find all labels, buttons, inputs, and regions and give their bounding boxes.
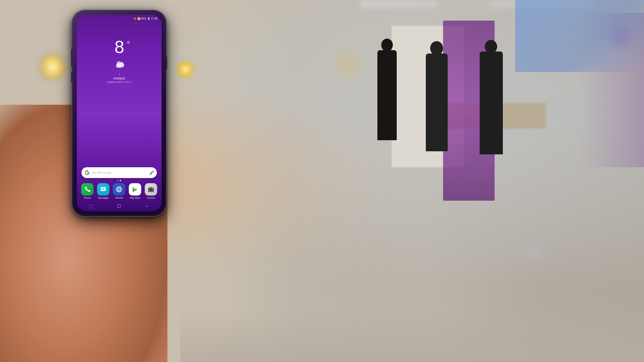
- internet-icon[interactable]: [113, 183, 125, 196]
- svg-rect-4: [101, 187, 106, 191]
- mic-icon[interactable]: 🎤: [149, 171, 154, 175]
- svg-marker-5: [101, 191, 103, 192]
- camera-label: Camera: [147, 197, 155, 199]
- camera-icon[interactable]: [145, 183, 157, 196]
- back-button[interactable]: ←: [145, 204, 150, 209]
- svg-point-19: [152, 188, 153, 189]
- mute-icon: 🔇: [133, 17, 137, 20]
- power-button: [166, 57, 167, 69]
- person2-head: [430, 41, 443, 55]
- degree-symbol: °: [127, 40, 129, 48]
- google-search-bar[interactable]: Say 'Ok Google' 🎤: [81, 167, 157, 178]
- phone-device: 🔇 📶 85% 🔋 17:38 8°: [72, 10, 166, 216]
- temperature-value: 8: [115, 37, 124, 57]
- recent-apps-button[interactable]: ⬚: [89, 203, 93, 209]
- location-pin-area: 📍: [118, 73, 121, 76]
- playstore-label: Play Store: [130, 197, 141, 199]
- phone-body: 🔇 📶 85% 🔋 17:38 8°: [72, 10, 166, 216]
- internet-label: Internet: [115, 197, 123, 199]
- phone-screen: 🔇 📶 85% 🔋 17:38 8°: [77, 15, 162, 211]
- volume-button: [71, 49, 72, 67]
- messages-icon[interactable]: [97, 183, 109, 196]
- person3-body: [480, 51, 503, 154]
- status-bar: 🔇 📶 85% 🔋 17:38: [77, 15, 162, 22]
- camera-app[interactable]: Camera: [145, 183, 157, 199]
- svg-point-3: [120, 62, 124, 66]
- dot-1: [117, 180, 118, 181]
- floor-counter: [180, 311, 644, 362]
- search-placeholder: Say 'Ok Google': [92, 171, 147, 174]
- light-orb-right: [175, 59, 196, 80]
- status-icons: 🔇 📶 85% 🔋 17:38: [133, 17, 157, 20]
- phone-label: Phone: [84, 197, 91, 199]
- bixby-button: [71, 72, 72, 82]
- svg-rect-6: [102, 188, 105, 189]
- pin-icon: 📍: [118, 73, 121, 76]
- location-name: Holland: [113, 76, 125, 80]
- person2-body: [426, 54, 448, 151]
- weather-widget: 8° 📍 Holland Updated 20/02 17:05 ↻: [77, 38, 162, 83]
- phone-app[interactable]: Phone: [81, 183, 94, 199]
- google-logo: [84, 170, 90, 175]
- svg-rect-7: [102, 189, 104, 190]
- svg-rect-18: [150, 187, 152, 188]
- svg-point-17: [151, 190, 151, 190]
- light-orb-left: [37, 51, 68, 82]
- person1-body: [377, 50, 397, 140]
- app-dock: Phone Messages: [77, 183, 162, 199]
- home-button[interactable]: ⬡: [117, 203, 121, 209]
- weather-condition-icon: [114, 60, 125, 70]
- time-display: 17:38: [151, 17, 157, 20]
- page-dots: [77, 180, 162, 181]
- navigation-bar: ⬚ ⬡ ←: [77, 201, 162, 211]
- playstore-app[interactable]: Play Store: [129, 183, 141, 199]
- phone-icon[interactable]: [81, 183, 94, 196]
- playstore-icon[interactable]: [129, 183, 141, 196]
- internet-app[interactable]: Internet: [113, 183, 125, 199]
- wifi-icon: 📶: [137, 17, 140, 20]
- updated-text: Updated 20/02 17:05 ↻: [107, 81, 131, 83]
- battery-percent: 85%: [141, 17, 146, 20]
- person1-head: [381, 39, 393, 51]
- battery-icon: 🔋: [147, 17, 150, 20]
- messages-label: Messages: [98, 197, 108, 199]
- dot-2-active: [120, 180, 121, 181]
- temperature-display: 8°: [115, 38, 124, 56]
- blue-top-right: [515, 0, 644, 72]
- messages-app[interactable]: Messages: [97, 183, 109, 199]
